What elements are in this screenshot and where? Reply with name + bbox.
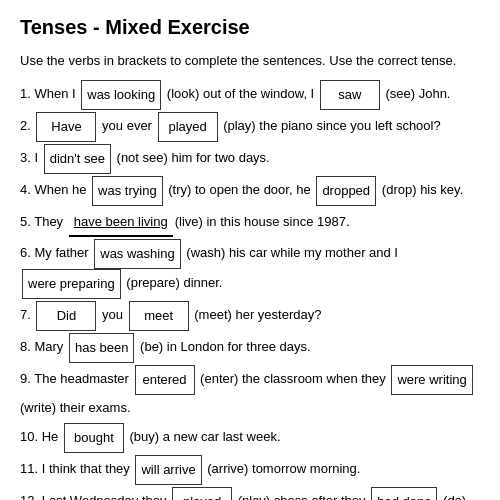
sentence-text: 12. Last Wednesday they [20, 493, 170, 500]
sentence-text: (buy) a new car last week. [126, 429, 281, 444]
sentence-text: 8. Mary [20, 339, 67, 354]
answer-box[interactable]: saw [320, 80, 380, 110]
sentence-7: 7. Did you meet (meet) her yesterday? [20, 301, 480, 331]
answer-box[interactable]: were preparing [22, 269, 121, 299]
sentence-text: (see) John. [382, 86, 451, 101]
answer-box[interactable]: had done [371, 487, 437, 500]
sentence-8: 8. Mary has been (be) in London for thre… [20, 333, 480, 363]
sentence-text: (not see) him for two days. [113, 150, 270, 165]
answer-box[interactable]: dropped [316, 176, 376, 206]
sentence-text: 3. I [20, 150, 42, 165]
sentence-text: 2. [20, 118, 34, 133]
sentence-text: 4. When he [20, 182, 90, 197]
answer-box[interactable]: didn't see [44, 144, 111, 174]
sentence-text: 10. He [20, 429, 62, 444]
answer-box[interactable]: meet [129, 301, 189, 331]
exercise-container: 1. When I was looking (look) out of the … [20, 80, 480, 500]
sentence-text: (wash) his car while my mother and I [183, 245, 398, 260]
answer-box[interactable]: Have [36, 112, 96, 142]
answer-box[interactable]: Did [36, 301, 96, 331]
sentence-text: 5. They [20, 214, 67, 229]
answer-box[interactable]: was looking [81, 80, 161, 110]
sentence-text: (live) in this house since 1987. [175, 214, 350, 229]
answer-box[interactable]: bought [64, 423, 124, 453]
sentence-text: (meet) her yesterday? [191, 307, 322, 322]
instructions-text: Use the verbs in brackets to complete th… [20, 53, 480, 68]
answer-box[interactable]: entered [135, 365, 195, 395]
sentence-text: 11. I think that they [20, 461, 133, 476]
sentence-text: (arrive) tomorrow morning. [204, 461, 361, 476]
answer-box[interactable]: was trying [92, 176, 163, 206]
sentence-text: you [98, 307, 126, 322]
sentence-text: (be) in London for three days. [136, 339, 310, 354]
answer-box[interactable]: were writing [391, 365, 472, 395]
answer-box[interactable]: played [172, 487, 232, 500]
sentence-text: (play) chess after they [234, 493, 369, 500]
sentence-text: (try) to open the door, he [165, 182, 315, 197]
page-title: Tenses - Mixed Exercise [20, 16, 480, 39]
sentence-text: 6. My father [20, 245, 92, 260]
sentence-text: (drop) his key. [378, 182, 463, 197]
sentence-text: (look) out of the window, I [163, 86, 318, 101]
sentence-12: 12. Last Wednesday they played (play) ch… [20, 487, 480, 500]
sentence-text: (enter) the classroom when they [197, 371, 390, 386]
answer-box[interactable]: played [158, 112, 218, 142]
sentence-3: 3. I didn't see (not see) him for two da… [20, 144, 480, 174]
sentence-text: 9. The headmaster [20, 371, 133, 386]
sentence-2: 2. Have you ever played (play) the piano… [20, 112, 480, 142]
sentence-11: 11. I think that they will arrive (arriv… [20, 455, 480, 485]
sentence-6: 6. My father was washing (wash) his car … [20, 239, 480, 299]
sentence-9: 9. The headmaster entered (enter) the cl… [20, 365, 480, 421]
sentence-text: (write) their exams. [20, 400, 131, 415]
sentence-1: 1. When I was looking (look) out of the … [20, 80, 480, 110]
answer-box[interactable]: will arrive [135, 455, 201, 485]
sentence-text: you ever [98, 118, 155, 133]
sentence-4: 4. When he was trying (try) to open the … [20, 176, 480, 206]
sentence-text: (prepare) dinner. [123, 275, 223, 290]
sentence-5: 5. They have been living(live) in this h… [20, 208, 480, 237]
answer-box-underline[interactable]: have been living [69, 208, 173, 237]
sentence-text: 1. When I [20, 86, 79, 101]
sentence-text: 7. [20, 307, 34, 322]
sentence-10: 10. He bought (buy) a new car last week. [20, 423, 480, 453]
sentence-text: (play) the piano since you left school? [220, 118, 441, 133]
answer-box[interactable]: was washing [94, 239, 180, 269]
answer-box[interactable]: has been [69, 333, 135, 363]
